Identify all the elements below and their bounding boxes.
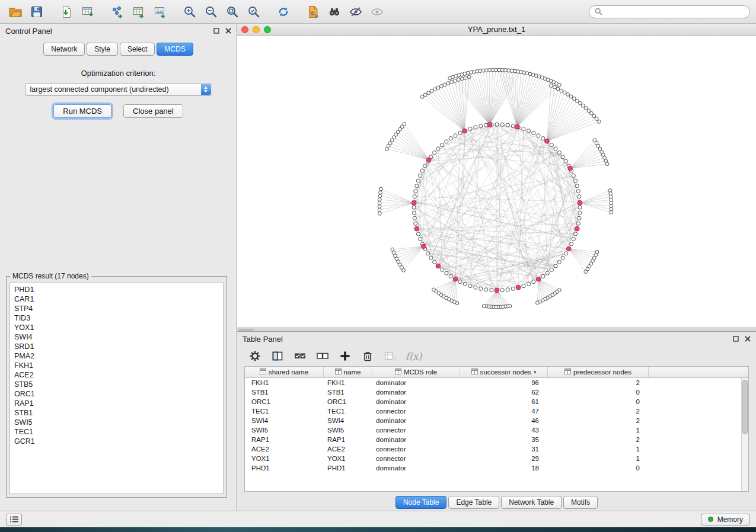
minimize-window-button[interactable]: [253, 26, 260, 33]
export-table-button[interactable]: [129, 3, 148, 21]
column-header-MCDS-role[interactable]: MCDS role: [372, 367, 460, 377]
apply-layout-button[interactable]: [274, 3, 293, 21]
column-header-shared-name[interactable]: shared name: [245, 367, 324, 377]
tab-motifs[interactable]: Motifs: [563, 496, 598, 509]
table-cell: TEC1: [324, 406, 372, 416]
find-button[interactable]: [325, 3, 344, 21]
run-mcds-button[interactable]: Run MCDS: [53, 104, 111, 118]
mcds-result-item[interactable]: STB1: [14, 408, 219, 418]
export-table-icon: [132, 5, 146, 19]
function-builder-button[interactable]: f(x): [406, 351, 422, 362]
mcds-result-item[interactable]: TID3: [14, 313, 219, 323]
mcds-result-item[interactable]: STP4: [14, 304, 219, 313]
mcds-result-item[interactable]: ORC1: [14, 389, 219, 399]
tab-network[interactable]: Network: [43, 43, 85, 56]
table-cell: connector: [372, 425, 460, 435]
close-panel-button[interactable]: Close panel: [123, 104, 183, 118]
refresh-icon: [276, 5, 291, 19]
scrollbar-thumb[interactable]: [742, 380, 748, 434]
table-row[interactable]: SWI4SWI4dominator462: [245, 416, 748, 425]
select-all-rows-button[interactable]: [293, 349, 307, 363]
cytoscape-window: Control Panel NetworkStyleSelectMCDS Opt…: [0, 0, 756, 532]
mcds-result-item[interactable]: SWI4: [14, 332, 219, 342]
table-cell: SWI4: [245, 416, 324, 425]
delete-columns-button[interactable]: [361, 349, 375, 363]
table-cell: TEC1: [245, 406, 324, 416]
delete-table-button[interactable]: [383, 349, 397, 363]
tab-network-table[interactable]: Network Table: [501, 496, 562, 509]
mcds-result-item[interactable]: YOX1: [14, 323, 219, 332]
export-network-button[interactable]: [108, 3, 127, 21]
zoom-out-button[interactable]: [202, 3, 221, 21]
table-row[interactable]: FKH1FKH1dominator962: [245, 378, 748, 387]
mcds-result-item[interactable]: TEC1: [14, 427, 219, 437]
list-icon: [10, 516, 18, 523]
tab-node-table[interactable]: Node Table: [395, 496, 447, 509]
float-panel-icon[interactable]: [213, 28, 219, 34]
add-column-button[interactable]: [338, 349, 352, 363]
close-panel-icon[interactable]: [225, 28, 231, 34]
float-table-panel-icon[interactable]: [733, 336, 739, 342]
network-graph[interactable]: [237, 36, 753, 328]
table-cell: dominator: [372, 387, 460, 397]
tab-style[interactable]: Style: [87, 43, 118, 56]
tab-select[interactable]: Select: [120, 43, 155, 56]
table-row[interactable]: TEC1TEC1connector472: [245, 406, 748, 416]
show-graphics-details-button[interactable]: [368, 3, 387, 21]
table-row[interactable]: ORC1ORC1dominator610: [245, 397, 748, 406]
control-panel-tabs: NetworkStyleSelectMCDS: [0, 43, 237, 56]
mcds-result-item[interactable]: GCR1: [14, 437, 219, 446]
table-row[interactable]: YOX1YOX1connector291: [245, 454, 748, 463]
save-session-button[interactable]: [27, 3, 46, 21]
open-session-button[interactable]: [6, 3, 25, 21]
node-table: shared namenameMCDS rolesuccessor nodes▾…: [244, 366, 749, 492]
zoom-in-button[interactable]: [180, 3, 199, 21]
import-table-button[interactable]: [78, 3, 97, 21]
table-cell: STB1: [324, 387, 372, 397]
table-scrollbar[interactable]: [741, 378, 748, 491]
hide-graphics-details-button[interactable]: [346, 3, 365, 21]
tab-mcds[interactable]: MCDS: [157, 43, 193, 56]
network-canvas[interactable]: [237, 36, 756, 328]
table-cell: 62: [460, 387, 548, 397]
mcds-result-item[interactable]: SRD1: [14, 342, 219, 351]
mcds-result-item[interactable]: CAR1: [14, 294, 219, 304]
search-input[interactable]: [606, 8, 744, 16]
deselect-all-rows-button[interactable]: [315, 349, 330, 363]
table-settings-button[interactable]: [248, 349, 262, 363]
table-row[interactable]: SWI5SWI5connector431: [245, 425, 748, 435]
column-header-predecessor-nodes[interactable]: predecessor nodes: [548, 367, 649, 377]
zoom-selected-button[interactable]: [244, 3, 263, 21]
export-image-button[interactable]: [151, 3, 170, 21]
tab-edge-table[interactable]: Edge Table: [448, 496, 499, 509]
import-network-button[interactable]: [57, 3, 76, 21]
show-panels-button[interactable]: [6, 514, 22, 525]
mcds-result-item[interactable]: PMA2: [14, 351, 219, 361]
mcds-result-list[interactable]: PHD1CAR1STP4TID3YOX1SWI4SRD1PMA2FKH1ACE2…: [9, 283, 224, 494]
column-type-icon: [471, 368, 478, 376]
eye-icon: [370, 5, 384, 19]
close-window-button[interactable]: [241, 26, 248, 33]
column-header-name[interactable]: name: [324, 367, 372, 377]
horizontal-splitter[interactable]: [237, 328, 756, 332]
close-table-panel-icon[interactable]: [745, 336, 751, 342]
mcds-result-item[interactable]: FKH1: [14, 361, 219, 370]
show-columns-button[interactable]: [270, 349, 285, 363]
zoom-window-button[interactable]: [264, 26, 271, 33]
mcds-result-item[interactable]: ACE2: [14, 370, 219, 380]
memory-button[interactable]: Memory: [701, 514, 750, 525]
table-row[interactable]: STB1STB1dominator620: [245, 387, 748, 397]
table-cell: PHD1: [245, 463, 324, 473]
mcds-result-item[interactable]: SWI5: [14, 418, 219, 427]
zoom-fit-button[interactable]: [223, 3, 242, 21]
mcds-result-item[interactable]: PHD1: [14, 285, 219, 294]
table-row[interactable]: ACE2ACE2connector311: [245, 444, 748, 454]
network-overview-button[interactable]: [304, 3, 323, 21]
column-header-successor-nodes[interactable]: successor nodes▾: [460, 367, 548, 377]
mcds-result-item[interactable]: STB5: [14, 380, 219, 389]
criterion-select[interactable]: largest connected component (undirected): [25, 83, 212, 96]
table-row[interactable]: RAP1RAP1dominator352: [245, 435, 748, 444]
table-row[interactable]: PHD1PHD1dominator180: [245, 463, 748, 473]
mcds-result-item[interactable]: RAP1: [14, 399, 219, 408]
select-all-icon: [294, 350, 307, 362]
